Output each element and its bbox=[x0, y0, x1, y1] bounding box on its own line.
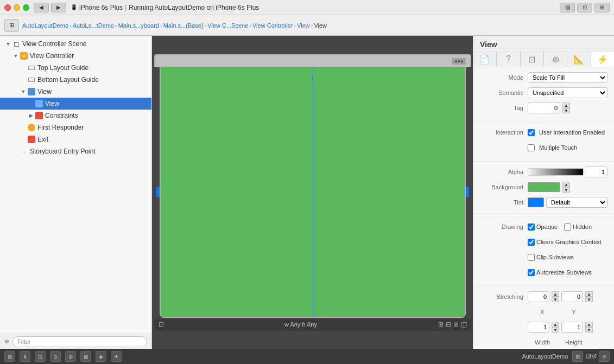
tree-item-tlg[interactable]: Top Layout Guide bbox=[0, 62, 151, 74]
forward-button[interactable]: ▶ bbox=[51, 3, 66, 12]
tint-swatch[interactable] bbox=[528, 197, 544, 207]
interaction-label: Interaction bbox=[480, 129, 523, 136]
handle-right[interactable] bbox=[466, 187, 469, 197]
tag-control: ▲ ▼ bbox=[528, 103, 607, 113]
hidden-checkbox[interactable] bbox=[564, 223, 571, 231]
grid-btn[interactable]: ⊞ bbox=[4, 19, 19, 32]
semantic-select[interactable]: Unspecified bbox=[528, 87, 607, 98]
tree-item-view2[interactable]: View bbox=[0, 98, 151, 110]
tree-toggle-vc[interactable]: ▼ bbox=[12, 53, 20, 59]
multitouch-control: Multiple Touch bbox=[528, 144, 607, 151]
tree-toggle-view[interactable]: ▼ bbox=[20, 89, 27, 94]
tab-size[interactable]: 📐 bbox=[567, 52, 591, 67]
interaction-control: User Interaction Enabled bbox=[528, 129, 607, 136]
tag-stepper[interactable]: ▲ ▼ bbox=[562, 103, 570, 113]
tree-item-constraints[interactable]: ▶ Constraints bbox=[0, 110, 151, 122]
back-button[interactable]: ◀ bbox=[34, 3, 49, 12]
tab-quick-help[interactable]: ? bbox=[497, 52, 520, 67]
tree-item-vc[interactable]: ▼ V View Controller bbox=[0, 50, 151, 62]
autoresize-checkbox[interactable] bbox=[528, 269, 535, 276]
minimize-button[interactable] bbox=[14, 4, 20, 11]
tree-item-exit[interactable]: Exit bbox=[0, 133, 151, 145]
filter-input[interactable] bbox=[12, 336, 147, 347]
stepper-down[interactable]: ▼ bbox=[562, 108, 570, 113]
breadcrumb-view1[interactable]: View bbox=[297, 22, 310, 29]
bottom-btn-3[interactable]: ⊡ bbox=[35, 351, 46, 362]
breadcrumb-scene[interactable]: View C...Scene bbox=[207, 22, 248, 29]
clip-checkbox[interactable] bbox=[528, 254, 535, 261]
stretch-w-input[interactable] bbox=[528, 322, 549, 333]
breadcrumb-auto2[interactable]: AutoLa...tDemo bbox=[73, 22, 114, 29]
bg-color-swatch[interactable] bbox=[528, 182, 560, 192]
hidden-label: Hidden bbox=[573, 223, 592, 230]
bottom-btn-5[interactable]: ⊛ bbox=[65, 351, 76, 362]
panel-btn-3[interactable]: ⊞ bbox=[594, 3, 610, 12]
main-layout: ▼ ◻ View Controller Scene ▼ V View Contr… bbox=[0, 36, 614, 349]
tree-item-entry[interactable]: → Storyboard Entry Point bbox=[0, 145, 151, 157]
bg-stepper[interactable]: ▲ ▼ bbox=[562, 182, 570, 193]
maximize-button[interactable] bbox=[23, 4, 29, 11]
inspector-stretching-section: Stretching ▲▼ ▲▼ X Y ▲▼ bbox=[473, 286, 614, 349]
bottom-btn-7[interactable]: ◈ bbox=[96, 351, 106, 362]
breadcrumb-main2[interactable]: Main.s...(Base) bbox=[163, 22, 204, 29]
bottom-btn-4[interactable]: ⊙ bbox=[50, 351, 61, 362]
tree-label-fr: First Responder bbox=[37, 124, 84, 131]
stepper-up[interactable]: ▲ bbox=[562, 103, 570, 108]
multiple-touch-checkbox[interactable] bbox=[528, 144, 535, 151]
inspector-autoresize-row: Autoresize Subviews bbox=[528, 266, 607, 278]
tint-select[interactable]: Default bbox=[546, 197, 607, 208]
opaque-checkbox[interactable] bbox=[528, 223, 535, 231]
tab-attributes[interactable]: ⊛ bbox=[544, 52, 567, 67]
mode-select[interactable]: Scale To Fill bbox=[528, 72, 607, 83]
panel-btn-1[interactable]: ▤ bbox=[560, 3, 575, 12]
bottom-btn-8[interactable]: ✈ bbox=[111, 351, 122, 362]
tab-file[interactable]: 📄 bbox=[473, 52, 497, 67]
panel-btn-2[interactable]: ⊡ bbox=[577, 3, 592, 12]
app-title: 📱 iPhone 6s Plus | Running AutoLayoutDem… bbox=[71, 4, 259, 11]
stretch-h-input[interactable] bbox=[561, 322, 583, 333]
clears-checkbox[interactable] bbox=[528, 239, 535, 246]
canvas-area[interactable]: ●●● ⊡ w Any h Any ⊞ bbox=[152, 36, 473, 349]
drawing-label: Drawing bbox=[480, 223, 523, 230]
stretch-y-input[interactable] bbox=[561, 291, 583, 302]
tree-item-blg[interactable]: Bottom Layout Guide bbox=[0, 74, 151, 86]
tree-toggle-constraints[interactable]: ▶ bbox=[27, 113, 35, 118]
tree-item-vcs[interactable]: ▼ ◻ View Controller Scene bbox=[0, 38, 151, 50]
handle-left[interactable] bbox=[156, 187, 160, 197]
tree-label-vcs: View Controller Scene bbox=[22, 40, 87, 48]
breadcrumb-main1[interactable]: Main.s...yboard bbox=[118, 22, 159, 29]
canvas-bottom-icon1[interactable]: ⊡ bbox=[159, 321, 164, 328]
tag-input[interactable] bbox=[528, 103, 560, 113]
tab-connections[interactable]: ⚡ bbox=[591, 52, 614, 67]
breadcrumb-vc[interactable]: View Controller bbox=[252, 22, 293, 29]
bottom-grid-btn[interactable]: ⊞ bbox=[572, 351, 583, 362]
user-interaction-checkbox[interactable] bbox=[528, 129, 535, 136]
canvas-bottom-icon2[interactable]: ⊞ bbox=[438, 321, 444, 328]
canvas-bottom-icon4[interactable]: ⊕ bbox=[453, 321, 459, 328]
bottom-btn-6[interactable]: ⊠ bbox=[80, 351, 91, 362]
tree-label-blg: Bottom Layout Guide bbox=[37, 76, 99, 84]
semantic-label: Semantic bbox=[480, 90, 523, 96]
alpha-input[interactable] bbox=[586, 167, 607, 177]
tab-identity[interactable]: ⊡ bbox=[521, 52, 544, 67]
run-label: Running AutoLayoutDemo on iPhone 6s Plus bbox=[129, 4, 259, 11]
canvas-bottom-icon3[interactable]: ⊟ bbox=[446, 321, 451, 328]
close-btn[interactable]: ✕ bbox=[599, 351, 610, 362]
clip-check: Clip Subviews bbox=[528, 254, 574, 261]
stretch-x-input[interactable] bbox=[528, 291, 549, 302]
canvas-bottom-icon5[interactable]: ◫ bbox=[461, 321, 467, 328]
center-canvas: ●●● ⊡ w Any h Any ⊞ bbox=[152, 36, 473, 349]
scene-icon: ◻ bbox=[12, 40, 21, 48]
tree-item-fr[interactable]: First Responder bbox=[0, 122, 151, 133]
toolbar-left: ⊞ bbox=[4, 19, 19, 32]
bottom-btn-1[interactable]: ⊞ bbox=[4, 351, 15, 362]
breadcrumb-view2[interactable]: View bbox=[314, 22, 327, 29]
breadcrumb-autodemo[interactable]: AutoLayoutDemo bbox=[22, 22, 68, 29]
tree-label-view2: View bbox=[45, 100, 59, 107]
tree-toggle-vcs[interactable]: ▼ bbox=[4, 41, 12, 47]
bottom-btn-2[interactable]: ⏸ bbox=[20, 351, 30, 362]
tree-item-view[interactable]: ▼ View bbox=[0, 86, 151, 98]
tint-control: Default bbox=[528, 197, 607, 208]
close-button[interactable] bbox=[4, 4, 11, 11]
right-panel-header: View bbox=[473, 36, 614, 52]
